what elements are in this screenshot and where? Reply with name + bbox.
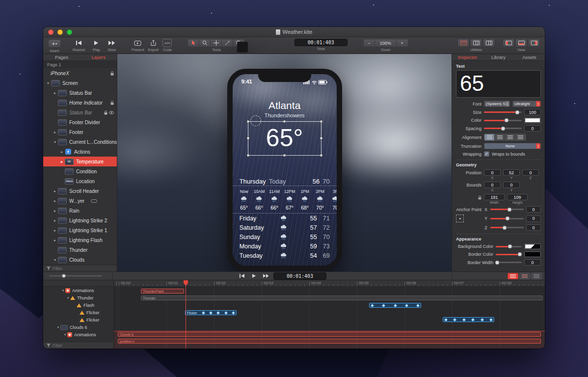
temperature-selection-box[interactable]: 65° <box>248 121 321 156</box>
layer-row-status-bar[interactable]: ▸ Status Bar <box>43 88 117 98</box>
keyframe-diamond[interactable] <box>224 311 228 314</box>
anchor-x-slider[interactable] <box>490 209 524 210</box>
layer-row-screen[interactable]: ▾ Screen <box>43 78 117 88</box>
background-color-slider[interactable] <box>496 246 522 247</box>
timeline-tree-row-flicker-2[interactable]: Flicker <box>43 316 113 323</box>
tab-inspector[interactable]: Inspector <box>452 54 483 60</box>
layer-row-status-bar-2[interactable]: Status Bar <box>43 108 117 117</box>
page-header[interactable]: Page 1 <box>43 61 117 68</box>
flash-keyframe-bar[interactable] <box>369 303 421 308</box>
minimize-button[interactable] <box>57 29 63 35</box>
keyframe-diamond[interactable] <box>371 303 374 307</box>
color-slider[interactable] <box>484 120 522 121</box>
layer-row-footer-divider[interactable]: Footer Divider <box>43 117 117 127</box>
tab-library[interactable]: Library <box>483 54 514 60</box>
timeline-play-button[interactable] <box>250 273 258 279</box>
font-family-select[interactable]: (System) San... ▴▾ <box>484 101 510 107</box>
border-color-well[interactable] <box>524 251 541 257</box>
border-width-slider[interactable] <box>496 262 522 263</box>
chevron-right-icon[interactable]: ▸ <box>53 189 57 193</box>
spacing-field[interactable]: 0 <box>524 125 541 132</box>
clouds6-track-bar[interactable]: Clouds 6 <box>118 332 541 337</box>
chevron-right-icon[interactable]: ▸ <box>53 228 57 233</box>
align-right-button[interactable] <box>505 134 515 140</box>
utilities-columns-button[interactable] <box>470 39 482 47</box>
chevron-down-icon[interactable]: ▾ <box>53 258 57 262</box>
toggle-bottom-panel-button[interactable] <box>515 39 527 47</box>
fast-forward-button[interactable] <box>262 273 269 279</box>
insert-button[interactable]: + ▾ <box>48 39 61 48</box>
chevron-right-icon[interactable]: ▸ <box>53 218 57 223</box>
layer-row-home-indicator[interactable]: Home Indicator <box>43 98 117 108</box>
layer-row-rain[interactable]: ▸ Rain <box>43 206 117 215</box>
timeline-tracks-area[interactable]: 00:00 00:01 00:02 00:03 00:04 00:05 00:0… <box>114 280 545 349</box>
zoom-out-button[interactable]: − <box>364 39 375 47</box>
font-weight-select[interactable]: Ultralight ▴▾ <box>512 101 541 107</box>
selection-handle[interactable] <box>283 154 286 157</box>
layer-row-location[interactable]: Atlanta Location <box>43 176 117 186</box>
layer-row-footer[interactable]: ▸ Footer <box>43 127 117 137</box>
keyframe-diamond[interactable] <box>481 318 484 321</box>
bounds-y-field[interactable]: 0 <box>503 182 520 188</box>
tab-layers[interactable]: Layers <box>80 54 117 60</box>
keyframe-diamond[interactable] <box>444 318 448 321</box>
keyframe-diamond[interactable] <box>405 303 408 307</box>
align-justify-button[interactable] <box>515 134 526 140</box>
background-color-well[interactable] <box>524 243 541 249</box>
selection-handle[interactable] <box>320 120 322 123</box>
thunderflash-track-bar[interactable]: ThunderFlash <box>141 289 184 294</box>
phone-screen[interactable]: 9:41 <box>233 74 337 266</box>
chevron-right-icon[interactable]: ▸ <box>59 160 64 164</box>
flicker2-keyframe-bar[interactable] <box>443 317 494 322</box>
tab-assets[interactable]: Assets <box>514 54 545 60</box>
width-field[interactable]: 181 <box>484 194 505 200</box>
timeline-tree-row-clouds6[interactable]: ▾ Clouds 6 <box>43 323 113 331</box>
size-field[interactable]: 100 <box>524 109 541 115</box>
move-tool-button[interactable] <box>211 39 222 47</box>
keyframe-diamond[interactable] <box>462 318 466 321</box>
chevron-right-icon[interactable]: ▸ <box>53 91 57 95</box>
layer-row-current-conditions[interactable]: ▾ Current L...Conditions <box>43 137 117 147</box>
position-x-field[interactable]: 0 <box>484 169 501 176</box>
canvas[interactable]: 9:41 <box>117 54 452 271</box>
playback-time-display[interactable]: 00:01:403 <box>273 272 326 280</box>
layer-row-condition[interactable]: Condition <box>43 166 117 176</box>
play-button[interactable] <box>94 39 99 47</box>
utilities-table-button[interactable] <box>483 39 495 47</box>
layer-row-iphonex[interactable]: iPhoneX <box>43 68 117 78</box>
selection-handle[interactable] <box>247 120 249 123</box>
anchor-y-slider[interactable] <box>490 218 524 219</box>
toggle-left-sidebar-button[interactable] <box>503 39 514 47</box>
layer-row-actions[interactable]: ▸ Actions <box>43 147 117 157</box>
keyframe-view-toggle[interactable] <box>508 273 518 279</box>
selection-handle[interactable] <box>247 154 249 157</box>
layers-filter-input[interactable] <box>53 266 113 271</box>
layer-row-clouds[interactable]: ▾ Clouds <box>43 255 117 265</box>
keyframe-diamond[interactable] <box>393 303 397 307</box>
positionx-track-bar[interactable]: position.x <box>118 339 541 344</box>
chevron-down-icon[interactable]: ▾ <box>63 333 67 337</box>
eyedropper-tool-button[interactable] <box>222 39 233 47</box>
chevron-down-icon[interactable]: ▾ <box>46 81 51 85</box>
skip-to-start-button[interactable] <box>238 273 246 279</box>
slow-button[interactable] <box>108 39 115 47</box>
anchor-z-field[interactable]: 0 <box>526 224 541 231</box>
anchor-point-indicator[interactable] <box>250 115 261 126</box>
keyframe-diamond[interactable] <box>416 303 420 307</box>
bounds-x-field[interactable]: 0 <box>484 182 501 188</box>
timeline-tree-row-animations[interactable]: ▾ Animations <box>43 287 113 294</box>
keyframe-diamond[interactable] <box>209 311 213 314</box>
zoom-tool-button[interactable] <box>199 39 211 47</box>
timeline-tree-row-flash[interactable]: Flash <box>43 301 113 309</box>
selection-handle[interactable] <box>283 120 286 123</box>
anchor-z-slider[interactable] <box>490 227 524 228</box>
chevron-right-icon[interactable]: ▸ <box>53 199 57 203</box>
keyframe-diamond[interactable] <box>202 311 205 314</box>
text-color-well[interactable] <box>524 117 541 123</box>
border-width-field[interactable]: 0 <box>524 259 541 266</box>
keyframe-diamond[interactable] <box>489 318 493 321</box>
eye-icon[interactable] <box>109 111 114 114</box>
title-bar[interactable]: Weather.kite <box>43 27 545 37</box>
chevron-down-icon[interactable]: ▾ <box>56 325 60 329</box>
constrain-lock-icon[interactable] <box>478 195 481 200</box>
